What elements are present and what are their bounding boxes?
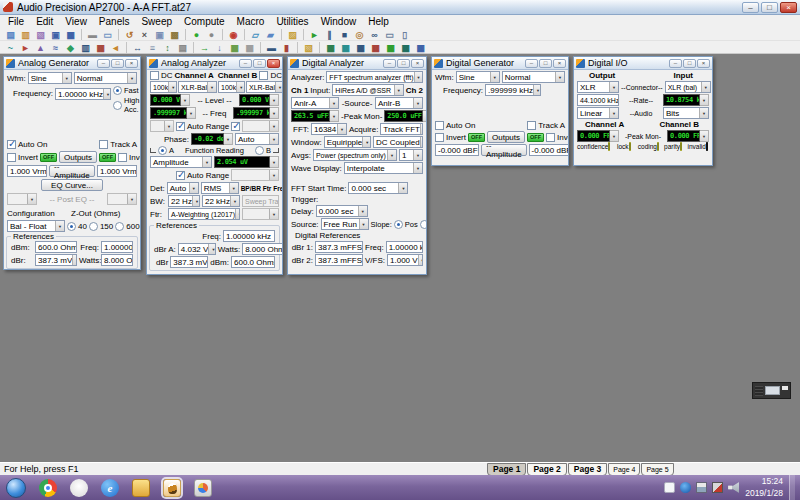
language-indicator-icon[interactable] — [664, 482, 675, 493]
volume-icon[interactable] — [728, 482, 739, 493]
high-acc-radio[interactable] — [113, 101, 122, 110]
output-audio-select[interactable]: Linear — [577, 107, 619, 119]
start-button[interactable] — [6, 478, 26, 498]
invert-b-checkbox[interactable] — [118, 153, 127, 162]
freq-ref-field[interactable]: 1.00000 kHz — [386, 241, 423, 253]
wave-display-select[interactable]: Interpolate — [344, 162, 423, 174]
digital-generator-panel-icon[interactable]: ≈ — [49, 42, 62, 54]
auto-range-b-checkbox[interactable] — [231, 122, 240, 131]
output-connector-select[interactable]: XLR — [577, 81, 619, 93]
start-monitors-icon[interactable]: ● — [190, 29, 203, 41]
quick-panel-5-icon[interactable]: ▦ — [384, 42, 397, 54]
quick-panel-3-icon[interactable]: ▦ — [354, 42, 367, 54]
panel-titlebar[interactable]: Analog Generator –□× — [4, 57, 140, 70]
minimize-icon[interactable]: – — [525, 59, 538, 68]
auto-on-checkbox[interactable] — [7, 140, 16, 149]
menu-macro[interactable]: Macro — [231, 16, 271, 27]
trigger-delay-field[interactable]: 0.000 sec — [316, 205, 368, 217]
learn-mode-icon[interactable]: ▰ — [264, 29, 277, 41]
save-all-icon[interactable]: ▦ — [64, 29, 77, 41]
frequency-select[interactable]: .999999 kHz — [485, 84, 541, 96]
zout-40-radio[interactable] — [67, 222, 76, 231]
waveform-mode-select[interactable]: Normal — [74, 72, 137, 84]
dbr-ref-field[interactable]: 387.3 mV — [35, 254, 77, 266]
sweep-icon[interactable]: ↔ — [131, 42, 144, 54]
widget-button[interactable] — [782, 386, 788, 390]
bluetooth-icon[interactable] — [680, 482, 691, 493]
freq-ref-field[interactable]: 1.00000 kHz — [223, 230, 275, 242]
print-icon[interactable]: ▬ — [86, 29, 99, 41]
detector-select[interactable]: Auto — [167, 182, 199, 194]
menu-edit[interactable]: Edit — [30, 16, 59, 27]
print-preview-icon[interactable]: ▭ — [101, 29, 114, 41]
track-a-checkbox[interactable] — [99, 140, 108, 149]
quick-panel-7-icon[interactable]: ▦ — [414, 42, 427, 54]
regulation-icon[interactable]: ↕ — [161, 42, 174, 54]
window-select[interactable]: Equiripple — [324, 136, 371, 148]
maximize-icon[interactable]: □ — [111, 59, 124, 68]
copy-panel-icon[interactable]: ▱ — [249, 29, 262, 41]
panel-titlebar[interactable]: Digital Generator –□× — [432, 57, 568, 70]
quick-panel-2-icon[interactable]: ▦ — [339, 42, 352, 54]
maximize-icon[interactable]: □ — [539, 59, 552, 68]
watts-ref-field[interactable]: 8.000 Ohms — [101, 254, 133, 266]
maximize-icon[interactable]: □ — [761, 2, 778, 13]
menu-view[interactable]: View — [59, 16, 93, 27]
watch-icon[interactable]: ∞ — [368, 29, 381, 41]
cut-icon[interactable]: × — [138, 29, 151, 41]
quick-panel-1-icon[interactable]: ▦ — [324, 42, 337, 54]
speaker-panel-icon[interactable]: ◄ — [109, 42, 122, 54]
monitor-icon[interactable]: ▬ — [265, 42, 278, 54]
invert-b-checkbox[interactable] — [546, 133, 555, 142]
floating-remote-widget[interactable] — [752, 382, 791, 399]
run-macro-icon[interactable]: ► — [308, 29, 321, 41]
coupling-select[interactable]: DC Coupled — [373, 136, 423, 148]
input-a-select[interactable]: XLR-Bal — [178, 81, 217, 93]
minimize-icon[interactable]: – — [383, 59, 396, 68]
input-b-select[interactable]: XLR-Bal — [246, 81, 283, 93]
foobar2000-icon[interactable] — [70, 479, 88, 497]
level-b-arrow[interactable] — [270, 94, 279, 106]
trigger-source-select[interactable]: Free Run — [321, 218, 369, 230]
dc-a-checkbox[interactable] — [150, 71, 159, 80]
freq-a-arrow[interactable] — [187, 107, 196, 119]
freq-b-arrow[interactable] — [270, 107, 279, 119]
close-icon[interactable]: × — [553, 59, 566, 68]
media-player-icon[interactable] — [194, 479, 212, 497]
watts-ref-field[interactable]: 8.000 Ohms — [242, 243, 283, 255]
peak-a-arrow[interactable] — [330, 110, 339, 122]
function-a-radio[interactable] — [158, 146, 167, 155]
menu-panels[interactable]: Panels — [93, 16, 136, 27]
stop-macro-icon[interactable]: ■ — [338, 29, 351, 41]
zout-150-radio[interactable] — [89, 222, 98, 231]
chrome-icon[interactable] — [39, 479, 57, 497]
network-icon[interactable] — [696, 482, 707, 493]
slope-neg-radio[interactable] — [420, 220, 427, 229]
phase-arrow[interactable] — [224, 133, 233, 145]
step-macro-icon[interactable]: ◎ — [353, 29, 366, 41]
menu-utilities[interactable]: Utilities — [270, 16, 314, 27]
close-icon[interactable]: × — [697, 59, 710, 68]
function-b-radio[interactable] — [255, 146, 264, 155]
stop-monitors-icon[interactable]: ● — [205, 29, 218, 41]
sync-panel-icon[interactable]: ▦ — [94, 42, 107, 54]
sweep-stop-icon[interactable]: ↓ — [213, 42, 226, 54]
dbr-ref-field[interactable]: 387.3 mV — [170, 256, 208, 268]
analog-generator-panel-icon[interactable]: ~ — [4, 42, 17, 54]
minimize-icon[interactable]: – — [742, 2, 759, 13]
maximize-icon[interactable]: □ — [683, 59, 696, 68]
input-audio-select[interactable]: Bits — [663, 107, 709, 119]
menu-help[interactable]: Help — [362, 16, 395, 27]
pause-macro-icon[interactable]: ∥ — [323, 29, 336, 41]
dbra-ref-field[interactable]: 4.032 V — [178, 243, 216, 255]
maximize-icon[interactable]: □ — [397, 59, 410, 68]
function-readout-arrow[interactable] — [270, 156, 279, 168]
show-desktop-button[interactable] — [789, 475, 795, 500]
maximize-icon[interactable]: □ — [253, 59, 266, 68]
internet-explorer-icon[interactable]: e — [101, 479, 119, 497]
invert-a-checkbox[interactable] — [435, 133, 444, 142]
function-select[interactable]: Amplitude — [150, 156, 212, 168]
page-setup-icon[interactable]: ▧ — [302, 42, 315, 54]
new-test-icon[interactable]: ▤ — [4, 29, 17, 41]
switch-window-icon[interactable]: ▭ — [383, 29, 396, 41]
